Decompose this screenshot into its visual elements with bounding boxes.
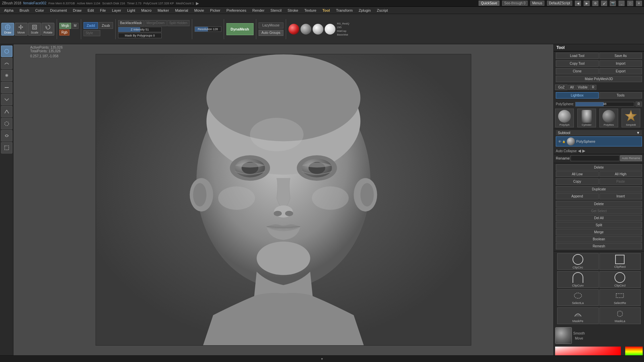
style-button[interactable]: Style: [84, 30, 100, 36]
remesh-button[interactable]: Remesh: [556, 243, 642, 249]
matcap-sphere[interactable]: [313, 24, 323, 35]
auto-rename-button[interactable]: Auto Rename: [620, 155, 642, 161]
menu-render[interactable]: Render: [250, 8, 267, 13]
nav-right-icon[interactable]: ▶: [584, 1, 590, 6]
z295-sphere[interactable]: [301, 24, 311, 35]
smooth-button[interactable]: [555, 327, 572, 344]
copy-tool-button[interactable]: Copy Tool: [556, 60, 599, 67]
camera-icon[interactable]: 📷: [610, 1, 616, 6]
save-as-button[interactable]: Save As: [599, 53, 642, 59]
menu-layer[interactable]: Layer: [109, 8, 124, 13]
resolution-slider[interactable]: Resolution 128: [195, 26, 221, 32]
insert-button[interactable]: Insert: [599, 193, 642, 199]
menu-light[interactable]: Light: [124, 8, 138, 13]
goz-button[interactable]: GoZ: [555, 84, 568, 90]
menu-preferences[interactable]: Preferences: [224, 8, 249, 13]
mask-lasso-button[interactable]: MaskLa: [599, 307, 641, 324]
eye-icon[interactable]: 👁: [558, 140, 561, 143]
left-inflate-button[interactable]: [1, 70, 12, 81]
clip-curv-button[interactable]: ClipCurv: [557, 271, 599, 288]
lock-icon[interactable]: 🔒: [562, 140, 566, 143]
all-high-button[interactable]: All High: [599, 171, 642, 177]
r-button[interactable]: R: [590, 85, 596, 90]
tool-thumb-polysphere[interactable]: PolySph: [555, 109, 574, 127]
scroll-down-icon[interactable]: ▼: [321, 357, 324, 361]
menu-zplugin[interactable]: Zplugin: [356, 8, 373, 13]
rotate-button[interactable]: Rotate: [42, 23, 54, 36]
import-button[interactable]: Import: [599, 60, 642, 67]
menu-material[interactable]: Material: [172, 8, 191, 13]
rgb-button[interactable]: Rgb: [59, 29, 69, 36]
mask-pen-button[interactable]: MaskPe: [557, 307, 599, 324]
split-button[interactable]: Split: [556, 222, 642, 228]
subtool-header[interactable]: Subtool ▼: [556, 130, 642, 135]
auto-collapse-right-icon[interactable]: ▶: [582, 148, 585, 153]
polysphere-r-button[interactable]: R: [636, 102, 642, 107]
export-button[interactable]: Export: [599, 68, 642, 74]
polysphere-size-slider[interactable]: 48: [575, 102, 634, 107]
del-all-button[interactable]: Del All: [556, 215, 642, 221]
lightbox-button[interactable]: Lightbox: [556, 92, 599, 99]
menu-marker[interactable]: Marker: [155, 8, 172, 13]
menu-file[interactable]: File: [97, 8, 109, 13]
duplicate-button[interactable]: Duplicate: [556, 186, 642, 192]
menus-button[interactable]: Menus: [530, 1, 544, 6]
menu-draw[interactable]: Draw: [70, 8, 84, 13]
clip-circ-button[interactable]: ClipCirc: [557, 253, 599, 270]
merge-button[interactable]: Merge: [556, 229, 642, 235]
menu-texture[interactable]: Texture: [302, 8, 319, 13]
dynamesh-button[interactable]: DynaMesh: [226, 23, 254, 35]
menu-brush[interactable]: Brush: [17, 8, 32, 13]
mask-slider[interactable]: Mask By Polygroups 0: [118, 33, 162, 38]
basicmat-sphere[interactable]: [325, 24, 335, 35]
menu-alpha[interactable]: Alpha: [1, 8, 16, 13]
menu-movie[interactable]: Movie: [192, 8, 207, 13]
nav-left-icon[interactable]: ◀: [575, 1, 581, 6]
clone-button[interactable]: Clone: [556, 68, 599, 74]
tool-thumb-polymesh[interactable]: PolyMes: [599, 109, 618, 127]
menu-macro[interactable]: Macro: [139, 8, 154, 13]
menu-edit[interactable]: Edit: [85, 8, 97, 13]
goz-all-select[interactable]: All: [568, 85, 575, 90]
window-close-icon[interactable]: ✕: [636, 1, 642, 6]
brush-icon[interactable]: 🖌: [601, 1, 607, 6]
play-icon[interactable]: ▶: [196, 1, 199, 6]
zsub-button[interactable]: Zsub: [99, 22, 113, 29]
tools-button[interactable]: Tools: [599, 92, 642, 99]
menu-document[interactable]: Document: [47, 8, 69, 13]
left-mask-button[interactable]: [1, 130, 12, 141]
delete2-button[interactable]: Delete: [556, 201, 642, 207]
mrgb-button[interactable]: Mrgb: [59, 23, 71, 29]
window-min-icon[interactable]: _: [619, 1, 625, 6]
menu-stencil[interactable]: Stencil: [268, 8, 284, 13]
subtool-item-polysphere[interactable]: 👁 🔒 PolySphere: [556, 136, 642, 146]
tool-thumb-simple[interactable]: SimpleB: [622, 109, 640, 127]
menu-tool[interactable]: Tool: [320, 8, 332, 13]
boolean-button[interactable]: Boolean: [556, 236, 642, 242]
all-low-button[interactable]: All Low: [556, 171, 599, 177]
settings-icon[interactable]: ⚙: [592, 1, 598, 6]
intensity-slider[interactable]: Z Intensity 51: [118, 27, 162, 32]
color-gradient[interactable]: [555, 347, 621, 355]
load-tool-button[interactable]: Load Tool: [556, 53, 599, 59]
move-button[interactable]: Move: [15, 23, 28, 36]
merge-down-button[interactable]: MergeDown: [145, 20, 167, 26]
clip-rect-button[interactable]: ClipRect: [599, 253, 641, 270]
zadd-button[interactable]: Zadd: [84, 22, 98, 29]
auto-collapse-left-icon[interactable]: ◀: [578, 148, 581, 153]
make-polymesh-button[interactable]: Make PolyMesh3D: [556, 76, 642, 82]
delete-btn[interactable]: Delete: [556, 164, 642, 171]
m-button[interactable]: M: [72, 23, 78, 29]
menu-stroke[interactable]: Stroke: [285, 8, 301, 13]
backface-button[interactable]: BackfaceMask: [118, 20, 144, 26]
append-button[interactable]: Append: [556, 193, 599, 199]
left-pinch-button[interactable]: [1, 94, 12, 105]
rename-input[interactable]: [571, 155, 620, 161]
tool-thumb-cylinder[interactable]: Cylinder: [577, 109, 596, 127]
left-crease-button[interactable]: [1, 106, 12, 117]
auto-groups-button[interactable]: Auto Groups: [259, 30, 283, 36]
select-la-button[interactable]: SelectLa: [557, 289, 599, 306]
menu-picker[interactable]: Picker: [207, 8, 223, 13]
hue-bar[interactable]: [625, 347, 643, 355]
canvas-inner[interactable]: [96, 54, 471, 346]
